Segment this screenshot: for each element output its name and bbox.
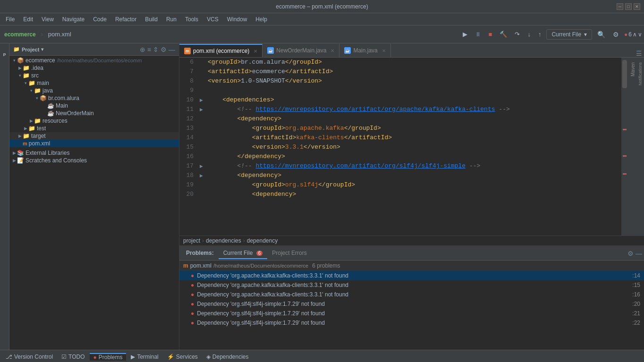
tree-item-target[interactable]: ▶ 📁 target — [9, 132, 179, 140]
bottom-tab-problems[interactable]: ● Problems — [90, 353, 127, 361]
tree-item-package[interactable]: ▾ 📦 br.com.alura — [9, 94, 179, 102]
tab-new-order-close[interactable]: ✕ — [330, 48, 334, 53]
target-name: target — [31, 133, 46, 139]
main-tab-icon: ☕ — [344, 47, 351, 54]
sidebar-close-icon[interactable]: — — [169, 46, 175, 53]
bottom-tab-dependencies[interactable]: ◈ Dependencies — [203, 354, 253, 360]
build-button[interactable]: 🔨 — [497, 29, 509, 39]
tab-project-errors[interactable]: Project Errors — [267, 248, 311, 259]
run-button[interactable]: ▶ — [460, 29, 470, 39]
tab-current-file[interactable]: Current File 6 — [219, 248, 268, 259]
menu-tools[interactable]: Tools — [181, 15, 202, 24]
tree-item-java[interactable]: ▾ 📁 java — [9, 87, 179, 94]
tree-item-scratches[interactable]: ▶ 📝 Scratches and Consoles — [9, 157, 179, 164]
problems-file-icon: m — [183, 262, 188, 269]
problem-item-3[interactable]: ● Dependency 'org.apache.kafka:kafka-cli… — [179, 290, 644, 299]
code-block: <groupId>br.com.alura</groupId> <artifac… — [208, 58, 621, 199]
fold-icon-17[interactable]: ▶ — [200, 164, 203, 168]
menu-navigate[interactable]: Navigate — [59, 15, 88, 24]
tree-item-ecommerce[interactable]: ▾ 📦 ecommerce /home/matheus/Documentos/e… — [9, 57, 179, 64]
step-into-button[interactable]: ↓ — [525, 29, 533, 39]
menu-vcs[interactable]: VCS — [203, 15, 222, 24]
step-over-button[interactable]: ↷ — [512, 29, 522, 39]
notification-badge[interactable]: ● 6 ∧ ∨ — [624, 31, 642, 38]
error-icon-4: ● — [191, 301, 194, 307]
problem-item-1[interactable]: ● Dependency 'org.apache.kafka:kafka-cli… — [179, 271, 644, 280]
tree-item-NewOrderMain[interactable]: ☕ NewOrderMain — [9, 109, 179, 117]
tree-item-resources[interactable]: ▶ 📁 resources — [9, 117, 179, 125]
menu-edit[interactable]: Edit — [19, 15, 37, 24]
fold-icon-11[interactable]: ▶ — [200, 98, 203, 102]
bottom-tab-todo[interactable]: ☑ TODO — [58, 354, 88, 360]
tab-new-order-main[interactable]: ☕ NewOrderMain.java ✕ — [263, 44, 339, 57]
problem-item-5[interactable]: ● Dependency 'org.slf4j:slf4j-simple:1.7… — [179, 309, 644, 318]
maven-panel-button[interactable]: Maven — [629, 59, 636, 79]
problem-item-4[interactable]: ● Dependency 'org.slf4j:slf4j-simple:1.7… — [179, 299, 644, 309]
menu-window[interactable]: Window — [223, 15, 251, 24]
current-file-dropdown[interactable]: Current File ▾ — [546, 29, 592, 40]
problem-item-2[interactable]: ● Dependency 'org.apache.kafka:kafka-cli… — [179, 280, 644, 290]
bottom-tab-services[interactable]: ⚡ Services — [163, 354, 202, 360]
arrow-test: ▶ — [23, 126, 28, 131]
sidebar-dropdown-icon[interactable]: ▾ — [41, 47, 43, 52]
problems-close-icon[interactable]: — — [636, 250, 642, 257]
sidebar-settings-icon[interactable]: ⚙ — [161, 46, 167, 53]
tree-item-external-libraries[interactable]: ▶ 📚 External Libraries — [9, 149, 179, 157]
error-icon-5: ● — [191, 310, 194, 317]
bottom-tab-version-control[interactable]: ⎇ Version Control — [2, 354, 57, 360]
sidebar-actions: ⊕ ≡ ⇕ ⚙ — — [140, 46, 175, 53]
settings-button[interactable]: ⚙ — [610, 29, 621, 40]
menu-code[interactable]: Code — [89, 15, 110, 24]
code-editor[interactable]: <groupId>br.com.alura</groupId> <artifac… — [206, 58, 621, 236]
sidebar-layout-icon[interactable]: ≡ — [147, 46, 151, 53]
breadcrumb-item-2[interactable]: dependency — [247, 237, 278, 244]
project-activity-btn[interactable]: P — [0, 45, 9, 64]
src-folder-icon: 📁 — [23, 72, 30, 79]
menu-file[interactable]: File — [2, 15, 18, 24]
menu-run[interactable]: Run — [162, 15, 180, 24]
tree-item-src[interactable]: ▾ 📁 src — [9, 72, 179, 79]
tab-main-java[interactable]: ☕ Main.java ✕ — [339, 44, 390, 57]
maximize-button[interactable]: □ — [625, 3, 632, 10]
breadcrumb-item-0[interactable]: project — [183, 237, 200, 244]
target-folder-icon: 📁 — [23, 133, 30, 139]
bottom-tab-terminal[interactable]: ▶ Terminal — [127, 354, 162, 360]
problem-item-6[interactable]: ● Dependency 'org.slf4j:slf4j-simple:1.7… — [179, 318, 644, 328]
tab-menu-icon[interactable]: ☰ — [636, 50, 642, 57]
stop-button[interactable]: ■ — [486, 29, 495, 39]
menu-view[interactable]: View — [38, 15, 58, 24]
minimize-button[interactable]: ─ — [617, 3, 623, 10]
problems-settings-icon[interactable]: ⚙ — [627, 250, 634, 257]
tab-pom-xml[interactable]: m pom.xml (ecommerce) ✕ — [179, 44, 263, 57]
pause-button[interactable]: ⏸ — [473, 29, 483, 39]
search-everywhere-button[interactable]: 🔍 — [595, 29, 608, 40]
menu-build[interactable]: Build — [141, 15, 161, 24]
step-out-button[interactable]: ↑ — [536, 29, 544, 39]
tree-item-main[interactable]: ▾ 📁 main — [9, 79, 179, 87]
toolbar-separator1: › — [41, 31, 43, 38]
activity-bar: P — [0, 43, 9, 350]
main-toolbar: ecommerce › pom.xml ▶ ⏸ ■ 🔨 ↷ ↓ ↑ Curren… — [0, 25, 644, 43]
tab-main-close[interactable]: ✕ — [382, 48, 386, 53]
tab-pom-close[interactable]: ✕ — [254, 49, 257, 54]
close-button[interactable]: ✕ — [634, 3, 640, 10]
scroll-thumb[interactable] — [622, 60, 627, 88]
tree-item-test[interactable]: ▶ 📁 test — [9, 125, 179, 132]
current-file-dropdown-arrow: ▾ — [584, 31, 587, 38]
java-folder-icon: 📁 — [34, 87, 41, 94]
package-name: br.com.alura — [48, 95, 79, 101]
sidebar-collapse-icon[interactable]: ⇕ — [153, 46, 159, 53]
tree-item-Main[interactable]: ☕ Main — [9, 102, 179, 109]
notification-expand[interactable]: ∧ — [633, 31, 637, 38]
tree-item-pom[interactable]: m pom.xml — [9, 140, 179, 147]
fold-icon-12[interactable]: ▶ — [200, 107, 203, 112]
editor-scrollbar[interactable] — [621, 58, 628, 236]
sidebar-add-icon[interactable]: ⊕ — [140, 46, 145, 53]
title-bar: ecommerce – pom.xml (ecommerce) ─ □ ✕ — [0, 0, 644, 13]
fold-icon-18[interactable]: ▶ — [200, 173, 203, 178]
notification-collapse[interactable]: ∨ — [638, 31, 642, 38]
menu-refactor[interactable]: Refactor — [111, 15, 140, 24]
breadcrumb-item-1[interactable]: dependencies — [206, 237, 241, 244]
tree-item-idea[interactable]: ▶ 📁 .idea — [9, 64, 179, 72]
menu-help[interactable]: Help — [252, 15, 271, 24]
